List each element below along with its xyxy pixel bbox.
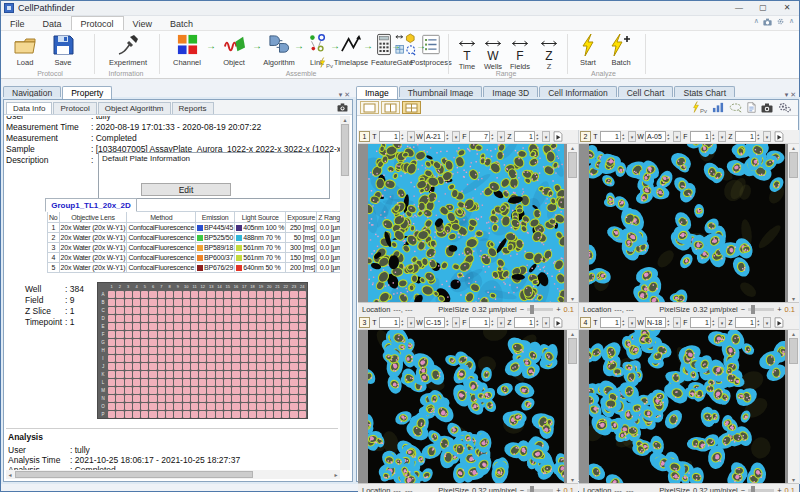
plate-well[interactable] <box>207 347 214 354</box>
zoom-in-button[interactable]: + <box>556 305 560 314</box>
channel-row[interactable]: 420x Water (20x W-Y1)ConfocalFluorescenc… <box>48 253 351 263</box>
well-spinner[interactable]: ▴▾ <box>667 133 672 141</box>
panel-pin-close-icons[interactable]: ▾ ✕ <box>339 91 353 99</box>
tab-protocol[interactable]: Protocol <box>53 102 96 114</box>
plate-well[interactable] <box>207 355 214 362</box>
plate-well[interactable] <box>290 315 297 322</box>
plate-well[interactable] <box>257 331 264 338</box>
plate-well[interactable] <box>149 323 156 330</box>
plate-well[interactable] <box>191 299 198 306</box>
plate-well[interactable] <box>274 339 281 346</box>
tab-object-algorithm[interactable]: Object Algorithm <box>98 102 171 114</box>
plate-well[interactable] <box>299 355 306 362</box>
plate-well[interactable] <box>125 331 132 338</box>
field-spinner[interactable]: ▴▾ <box>491 133 496 141</box>
zoom-out-button[interactable]: − <box>520 486 524 492</box>
plate-well[interactable] <box>133 379 140 386</box>
plate-well[interactable] <box>108 355 115 362</box>
plate-well[interactable] <box>282 395 289 402</box>
plate-well[interactable] <box>149 379 156 386</box>
plate-well[interactable] <box>207 403 214 410</box>
well-input[interactable]: C-15 <box>424 317 445 328</box>
plate-well[interactable] <box>290 299 297 306</box>
plate-well[interactable] <box>108 307 115 314</box>
image-scrollbar[interactable]: ▴▾ <box>567 144 578 302</box>
plate-well[interactable] <box>290 291 297 298</box>
plate-well[interactable] <box>266 371 273 378</box>
plate-well[interactable] <box>299 323 306 330</box>
plate-well[interactable] <box>183 411 190 418</box>
plate-well[interactable] <box>266 307 273 314</box>
plate-well[interactable] <box>232 355 239 362</box>
plate-well[interactable] <box>149 291 156 298</box>
plate-well[interactable] <box>249 299 256 306</box>
time-input[interactable]: 1 <box>379 317 400 328</box>
plate-well[interactable] <box>216 323 223 330</box>
plate-well[interactable] <box>224 363 231 370</box>
plate-well[interactable] <box>266 347 273 354</box>
time-spinner[interactable]: ▴▾ <box>401 319 406 327</box>
zoom-in-button[interactable]: + <box>777 305 781 314</box>
plate-well[interactable] <box>158 291 165 298</box>
plate-well[interactable] <box>108 323 115 330</box>
plate-well[interactable] <box>290 363 297 370</box>
tab-stats-chart[interactable]: Stats Chart <box>674 86 735 99</box>
group-tab[interactable]: Group1_TL1_20x_2D <box>45 198 137 212</box>
plate-well[interactable] <box>224 371 231 378</box>
well-spinner[interactable]: ▴▾ <box>667 319 672 327</box>
plate-well[interactable] <box>290 403 297 410</box>
plate-well[interactable] <box>224 347 231 354</box>
plate-well[interactable] <box>241 315 248 322</box>
plate-well[interactable] <box>116 355 123 362</box>
plate-well[interactable] <box>241 291 248 298</box>
plate-well[interactable] <box>133 299 140 306</box>
plate-well[interactable] <box>290 355 297 362</box>
plate-well[interactable] <box>166 387 173 394</box>
plate-well[interactable] <box>116 363 123 370</box>
plate-well[interactable] <box>108 387 115 394</box>
plate-well[interactable] <box>249 339 256 346</box>
field-input[interactable]: 1 <box>469 317 490 328</box>
plate-well[interactable] <box>241 355 248 362</box>
plate-well[interactable] <box>241 299 248 306</box>
plate-well[interactable] <box>241 395 248 402</box>
plate-well[interactable] <box>290 347 297 354</box>
plate-well[interactable] <box>216 395 223 402</box>
plate-well[interactable] <box>183 331 190 338</box>
plate-well[interactable] <box>249 355 256 362</box>
plate-well[interactable] <box>241 347 248 354</box>
plate-well[interactable] <box>249 347 256 354</box>
plate-well[interactable] <box>282 379 289 386</box>
plate-well[interactable] <box>191 291 198 298</box>
plate-well[interactable] <box>191 411 198 418</box>
plate-well[interactable] <box>158 371 165 378</box>
plate-well[interactable] <box>216 307 223 314</box>
plate-well[interactable] <box>141 411 148 418</box>
plate-well[interactable] <box>299 307 306 314</box>
plate-well[interactable] <box>133 371 140 378</box>
plate-well[interactable] <box>166 411 173 418</box>
plate-well[interactable] <box>216 379 223 386</box>
plate-well[interactable] <box>158 355 165 362</box>
plate-well[interactable] <box>299 379 306 386</box>
plate-well[interactable] <box>199 403 206 410</box>
layout-single-button[interactable] <box>360 101 379 114</box>
image-scrollbar[interactable]: ▴▾ <box>567 330 578 483</box>
menu-protocol[interactable]: Protocol <box>71 16 124 30</box>
plate-well[interactable] <box>207 363 214 370</box>
plate-well[interactable] <box>183 355 190 362</box>
minimize-button[interactable]: — <box>727 1 751 15</box>
plate-well[interactable] <box>149 315 156 322</box>
well-spinner[interactable]: ▴▾ <box>446 133 451 141</box>
well-dropdown[interactable]: ▾ <box>673 317 681 328</box>
plate-well[interactable] <box>116 371 123 378</box>
plate-well[interactable] <box>290 371 297 378</box>
plate-well[interactable] <box>207 387 214 394</box>
plate-well[interactable] <box>232 403 239 410</box>
plate-well[interactable] <box>116 307 123 314</box>
plate-well[interactable] <box>158 323 165 330</box>
plate-well[interactable] <box>282 315 289 322</box>
plate-well[interactable] <box>282 347 289 354</box>
field-spinner[interactable]: ▴▾ <box>491 319 496 327</box>
plate-well[interactable] <box>207 331 214 338</box>
